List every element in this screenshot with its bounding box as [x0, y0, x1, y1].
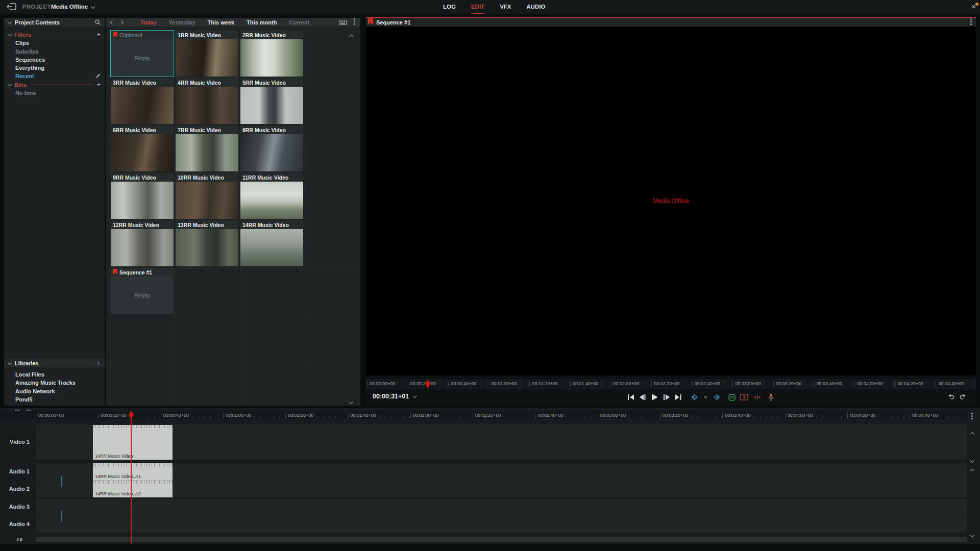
date-tab-this-month[interactable]: This month: [247, 19, 277, 26]
section-header-bins[interactable]: Bins+: [4, 81, 105, 89]
mark-out-icon[interactable]: [713, 393, 721, 401]
browser-menu-icon[interactable]: [354, 18, 355, 26]
sidebar-item-everything[interactable]: Everything: [4, 64, 105, 72]
scroll-down-icon[interactable]: [350, 396, 353, 406]
replace-edit-icon[interactable]: [753, 394, 762, 400]
viewer-header[interactable]: Sequence #1: [366, 18, 976, 27]
top-tab-log[interactable]: LOG: [443, 0, 456, 14]
viewer-timecode-ruler[interactable]: 00:00:00+0000:00:20+0000:00:40+0000:01:0…: [366, 379, 976, 389]
audio-track-lane-3-4[interactable]: [36, 499, 967, 533]
tile-6rr-music-video[interactable]: 6RR Music Video: [111, 126, 174, 171]
tile-14rr-music-video[interactable]: 14RR Music Video: [240, 220, 303, 266]
scroll-up-icon[interactable]: [971, 429, 974, 438]
add-bins-button[interactable]: +: [96, 81, 101, 88]
add-library-button[interactable]: +: [96, 360, 101, 367]
timeline-clip-video[interactable]: 14RR Music Video: [93, 425, 173, 460]
tile-10rr-music-video[interactable]: 10RR Music Video: [176, 173, 238, 219]
step-forward-button[interactable]: [663, 394, 670, 400]
sidebar-item-recent[interactable]: Recent: [4, 72, 105, 80]
date-tab-current[interactable]: Current: [289, 19, 309, 26]
viewer-playhead-marker[interactable]: [425, 380, 430, 390]
undo-icon[interactable]: [947, 394, 954, 400]
redo-icon[interactable]: [960, 394, 967, 400]
tile-7rr-music-video[interactable]: 7RR Music Video: [176, 126, 238, 171]
library-item-local-files[interactable]: Local Files: [4, 370, 105, 379]
tile-header: 3RR Music Video: [111, 78, 174, 87]
tile-3rr-music-video[interactable]: 3RR Music Video: [111, 78, 174, 124]
tile-clipboard[interactable]: ClipboardEmpty: [111, 31, 174, 77]
date-tab-yesterday[interactable]: Yesterday: [169, 19, 195, 26]
go-to-end-button[interactable]: [675, 394, 682, 400]
ruler-tick-label: 00:00:20+00: [98, 413, 126, 418]
tile-9rr-music-video[interactable]: 9RR Music Video: [111, 173, 174, 219]
add-filters-button[interactable]: +: [96, 31, 101, 38]
collapse-chevron-icon[interactable]: [8, 19, 12, 23]
nav-forward-icon[interactable]: [119, 20, 124, 24]
scroll-up-icon[interactable]: [350, 31, 353, 40]
track-label-audio-3[interactable]: Audio 3: [0, 504, 30, 510]
tile-12rr-music-video[interactable]: 12RR Music Video: [111, 220, 174, 266]
tile-sequence-1[interactable]: Sequence #1Empty: [111, 268, 174, 314]
top-tab-edit[interactable]: EDIT: [471, 0, 484, 14]
play-backward-button[interactable]: [639, 394, 646, 400]
tile-11rr-music-video[interactable]: 11RR Music Video: [240, 173, 303, 219]
sidebar-item-sequences[interactable]: Sequences: [4, 56, 105, 64]
track-label-audio-1[interactable]: Audio 1: [0, 468, 30, 474]
tile-13rr-music-video[interactable]: 13RR Music Video: [176, 220, 238, 266]
scroll-down-icon[interactable]: [971, 530, 974, 539]
viewer-menu-icon[interactable]: [970, 18, 972, 26]
timeline-clip-audio-2[interactable]: 14RR Music Video, A2: [93, 480, 173, 497]
timeline-menu-icon[interactable]: [971, 413, 973, 420]
section-header-filters[interactable]: Filters+: [4, 31, 105, 39]
date-tab-today[interactable]: Today: [140, 19, 157, 26]
mark-point-icon[interactable]: [703, 394, 708, 400]
close-icon[interactable]: ×: [971, 0, 976, 13]
collapse-chevron-icon[interactable]: [8, 360, 12, 364]
track-label-video-1[interactable]: Video 1: [0, 439, 30, 445]
panel-title: Project Contents: [15, 19, 91, 26]
library-item-amazing-music-tracks[interactable]: Amazing Music Tracks: [4, 379, 105, 387]
track-label-audio-4[interactable]: Audio 4: [0, 521, 30, 527]
tile-5rr-music-video[interactable]: 5RR Music Video: [240, 78, 303, 124]
timeline-clip-audio-1[interactable]: 14RR Music Video, A1: [93, 463, 173, 480]
top-tab-audio[interactable]: AUDIO: [527, 0, 546, 14]
library-item-audio-network[interactable]: Audio Network: [4, 387, 105, 395]
microphone-icon[interactable]: [768, 393, 774, 401]
tile-2rr-music-video[interactable]: 2RR Music Video: [240, 31, 303, 77]
audio-track-lane-1-2[interactable]: [36, 463, 967, 497]
nav-back-icon[interactable]: [110, 20, 114, 24]
date-tab-this-week[interactable]: This week: [208, 19, 235, 26]
sync-lock-icon[interactable]: [728, 394, 736, 401]
project-contents-header[interactable]: Project Contents: [4, 18, 105, 27]
tile-view-icon[interactable]: [339, 18, 347, 27]
sidebar-item-clips[interactable]: Clips: [4, 39, 105, 47]
sidebar-item-subclips[interactable]: Subclips: [4, 47, 105, 56]
timeline-ruler[interactable]: 00:00:00+0000:00:20+0000:00:40+0000:01:0…: [0, 411, 968, 419]
tile-4rr-music-video[interactable]: 4RR Music Video: [176, 78, 238, 124]
track-label-all[interactable]: All: [0, 537, 22, 542]
mark-in-icon[interactable]: [691, 393, 698, 401]
library-item-pond5[interactable]: Pond5: [4, 395, 105, 404]
scroll-down-icon[interactable]: [971, 455, 974, 464]
collapse-chevron-icon[interactable]: [8, 82, 12, 86]
scroll-up-icon[interactable]: [971, 465, 974, 474]
video-track-lane[interactable]: [36, 424, 967, 460]
project-name-dropdown[interactable]: Media Offline: [51, 0, 94, 14]
top-tab-vfx[interactable]: VFX: [500, 0, 511, 14]
tile-1rr-music-video[interactable]: 1RR Music Video: [176, 31, 238, 77]
timeline-playhead-marker[interactable]: [129, 411, 134, 421]
exit-project-icon[interactable]: [6, 3, 16, 12]
viewer-screen[interactable]: Media Offline: [366, 27, 976, 375]
track-label-audio-2[interactable]: Audio 2: [0, 486, 30, 492]
timeline-playhead-line[interactable]: [131, 417, 132, 544]
tile-8rr-music-video[interactable]: 8RR Music Video: [240, 126, 303, 171]
all-tracks-strip[interactable]: [36, 537, 967, 542]
edit-pencil-icon[interactable]: [96, 72, 101, 80]
libraries-header[interactable]: Libraries +: [4, 359, 105, 367]
play-button[interactable]: [651, 393, 658, 401]
timecode-dropdown[interactable]: 00:00:31+01: [373, 393, 416, 400]
search-icon[interactable]: [95, 18, 101, 27]
collapse-chevron-icon[interactable]: [8, 32, 12, 36]
go-to-start-button[interactable]: [627, 394, 634, 400]
insert-edit-icon[interactable]: [740, 394, 748, 400]
